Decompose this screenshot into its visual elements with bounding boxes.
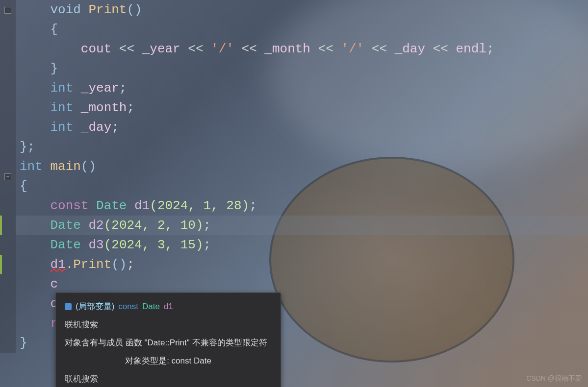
- dot-operator: .: [66, 257, 74, 272]
- editor-gutter: − −: [0, 0, 16, 353]
- change-marker: [0, 216, 2, 235]
- keyword-void: void: [50, 2, 80, 17]
- variable: d3: [88, 238, 103, 252]
- class-name: Date: [50, 218, 80, 233]
- arguments: (2024, 1, 28): [150, 198, 249, 213]
- operator: <<: [310, 42, 341, 56]
- function-name: Print: [88, 2, 127, 17]
- tooltip-type-name: Date: [142, 300, 160, 314]
- brace-open: {: [20, 179, 27, 194]
- hover-tooltip: (局部变量) const Date d1 联机搜索 对象含有与成员 函数 "Da…: [55, 292, 281, 387]
- brace-close: }: [20, 336, 27, 350]
- keyword-type: int: [20, 159, 43, 174]
- keyword-type: int: [50, 100, 73, 115]
- code-line[interactable]: int _day;: [16, 118, 588, 137]
- code-line[interactable]: Date d2(2024, 2, 10);: [16, 216, 588, 235]
- tooltip-const-keyword: const: [118, 300, 138, 314]
- member-var: _month: [264, 42, 310, 56]
- operator: <<: [111, 42, 142, 56]
- code-line[interactable]: };: [16, 137, 588, 157]
- fold-toggle-icon[interactable]: −: [4, 7, 11, 14]
- tooltip-error-message: 对象含有与成员 函数 "Date::Print" 不兼容的类型限定符: [65, 336, 272, 350]
- brace-open: {: [50, 22, 58, 37]
- tooltip-scope-label: (局部变量): [76, 300, 114, 314]
- variable: d1: [134, 198, 150, 213]
- code-line[interactable]: void Print(): [16, 0, 588, 20]
- tooltip-variable-name: d1: [164, 300, 173, 314]
- identifier: cout: [81, 42, 111, 56]
- code-line[interactable]: {: [16, 20, 588, 39]
- cube-icon: [65, 303, 72, 310]
- semicolon: ;: [111, 120, 119, 135]
- operator: <<: [180, 42, 211, 56]
- method-call: Print: [73, 257, 111, 272]
- partial-identifier: c: [50, 277, 58, 291]
- tooltip-error-detail: 对象类型是: const Date: [65, 354, 272, 368]
- char-literal: '/': [211, 42, 234, 56]
- keyword-type: int: [50, 120, 73, 135]
- keyword-type: int: [50, 81, 73, 96]
- identifier: endl: [456, 42, 486, 56]
- member-var: _year: [81, 81, 119, 96]
- semicolon: ;: [204, 218, 211, 233]
- code-line[interactable]: }: [16, 59, 588, 78]
- semicolon: ;: [119, 81, 127, 96]
- code-line[interactable]: int main(): [16, 157, 588, 176]
- brace-close: }: [50, 61, 58, 76]
- code-line[interactable]: Date d3(2024, 3, 15);: [16, 235, 588, 255]
- keyword-const: const: [50, 198, 88, 213]
- char-literal: '/': [341, 42, 364, 56]
- code-line[interactable]: int _year;: [16, 78, 588, 98]
- code-line[interactable]: const Date d1(2024, 1, 28);: [16, 196, 588, 216]
- operator: <<: [234, 42, 264, 56]
- code-line[interactable]: c: [16, 274, 588, 294]
- variable-error: d1: [50, 257, 65, 272]
- tooltip-search-link[interactable]: 联机搜索: [65, 372, 272, 387]
- operator: <<: [364, 42, 394, 56]
- code-line[interactable]: d1.Print();: [16, 255, 588, 274]
- arguments: (2024, 2, 10): [104, 218, 204, 233]
- semicolon: ;: [486, 42, 494, 56]
- watermark: CSDN @很楠不爱: [526, 374, 582, 383]
- tooltip-search-link[interactable]: 联机搜索: [65, 318, 272, 332]
- variable: d2: [88, 218, 103, 233]
- semicolon: ;: [204, 238, 211, 252]
- member-var: _year: [142, 42, 180, 56]
- class-name: Date: [96, 198, 127, 213]
- fold-toggle-icon[interactable]: −: [4, 173, 11, 180]
- member-var: _day: [81, 120, 111, 135]
- tooltip-header: (局部变量) const Date d1: [65, 300, 272, 314]
- code-line[interactable]: {: [16, 176, 588, 196]
- semicolon: ;: [127, 100, 134, 115]
- code-line[interactable]: cout << _year << '/' << _month << '/' <<…: [16, 39, 588, 59]
- semicolon: ;: [127, 257, 134, 272]
- operator: <<: [425, 42, 456, 56]
- semicolon: ;: [249, 198, 257, 213]
- parentheses: (): [81, 159, 96, 174]
- arguments: (2024, 3, 15): [104, 238, 204, 252]
- brace-close: };: [20, 140, 35, 154]
- code-line[interactable]: int _month;: [16, 98, 588, 118]
- member-var: _month: [81, 100, 127, 115]
- parentheses: (): [127, 2, 142, 17]
- class-name: Date: [50, 238, 80, 252]
- parentheses: (): [111, 257, 127, 272]
- change-marker: [0, 255, 2, 274]
- function-name: main: [50, 159, 80, 174]
- member-var: _day: [395, 42, 425, 56]
